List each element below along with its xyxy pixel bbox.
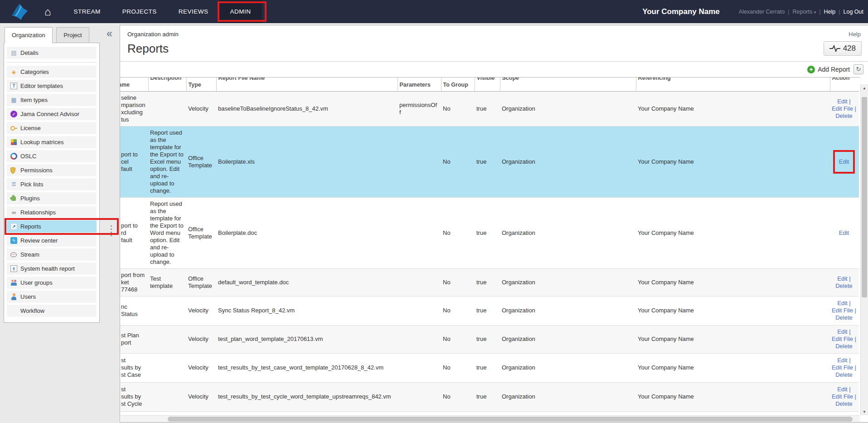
- collapse-sidebar-button[interactable]: «: [107, 28, 112, 40]
- action-link-delete[interactable]: Delete: [835, 314, 853, 321]
- cell-description: [148, 382, 186, 411]
- user-name-link[interactable]: Alexander Cerrato: [739, 9, 785, 15]
- action-link-edit[interactable]: Edit: [837, 98, 847, 105]
- vertical-scrollbar-thumb[interactable]: [862, 97, 867, 297]
- table-row[interactable]: st sults by st CycleVelocitytest_results…: [120, 382, 859, 411]
- sidebar-item-workflow[interactable]: Workflow: [7, 305, 97, 317]
- column-header-to-group[interactable]: To Group: [441, 78, 475, 91]
- sidebar-item-system-health-report[interactable]: System health report: [7, 263, 97, 275]
- column-header-label: Action: [832, 78, 858, 81]
- sidebar-item-review-center[interactable]: Review center: [7, 234, 97, 247]
- topbar-help-link[interactable]: Help: [824, 9, 836, 15]
- sidebar-item-label: Users: [20, 293, 36, 300]
- home-icon[interactable]: ⌂: [44, 0, 51, 23]
- sidebar-item-oslc[interactable]: OSLC: [7, 150, 97, 162]
- scroll-up-arrow[interactable]: ▲: [861, 84, 868, 92]
- action-link-edit[interactable]: Edit: [839, 158, 849, 165]
- sidebar-panel: DetailsCategoriesEditor templatesItem ty…: [4, 43, 100, 323]
- table-row[interactable]: nc StatusVelocitySync Status Report_8_42…: [120, 296, 859, 325]
- help-link[interactable]: Help: [849, 31, 861, 38]
- action-link-edit[interactable]: Edit: [837, 328, 847, 335]
- column-header-type[interactable]: Type: [186, 78, 216, 91]
- action-link-edit-file[interactable]: Edit File: [832, 105, 853, 112]
- logout-link[interactable]: Log Out: [844, 9, 863, 15]
- horizontal-scrollbar-thumb[interactable]: [168, 417, 853, 422]
- cell-scope: Organization: [500, 325, 636, 353]
- action-link-edit-file[interactable]: Edit File: [832, 307, 853, 314]
- jama-logo[interactable]: [10, 2, 29, 21]
- splitter-handle[interactable]: [111, 225, 112, 238]
- action-link-edit-file[interactable]: Edit File: [832, 364, 853, 371]
- action-link-edit[interactable]: Edit: [837, 357, 847, 364]
- table-row[interactable]: st Plan portVelocitytest_plan_word_templ…: [120, 325, 859, 353]
- nav-item-stream[interactable]: STREAM: [63, 0, 112, 23]
- action-link-edit[interactable]: Edit: [839, 229, 849, 236]
- editor-templates-icon: [10, 83, 17, 89]
- cell-description: [148, 296, 186, 325]
- cell-file: Sync Status Report_8_42.vm: [216, 296, 398, 325]
- table-row[interactable]: seline mparison xcluding tusVelocitybase…: [120, 91, 859, 126]
- cell-to_group: No: [441, 268, 475, 296]
- sidebar-item-users[interactable]: Users: [7, 291, 97, 303]
- column-header-referencing[interactable]: Referencing: [636, 78, 830, 91]
- action-link-delete[interactable]: Delete: [835, 400, 853, 407]
- action-link-edit-file[interactable]: Edit File: [832, 393, 853, 400]
- sidebar-item-permissions[interactable]: Permissions: [7, 164, 97, 176]
- cell-scope: Organization: [500, 197, 636, 268]
- nav-item-reviews[interactable]: REVIEWS: [168, 0, 219, 23]
- scroll-down-arrow[interactable]: ▼: [861, 408, 868, 415]
- cell-scope: Organization: [500, 353, 636, 382]
- sidebar-item-pick-lists[interactable]: Pick lists: [7, 178, 97, 190]
- action-link-delete[interactable]: Delete: [835, 343, 853, 350]
- action-link-edit-file[interactable]: Edit File: [832, 335, 853, 342]
- sidebar-item-user-groups[interactable]: User groups: [7, 277, 97, 289]
- table-row[interactable]: port from ket 77468Test templateOffice T…: [120, 268, 859, 296]
- sidebar-item-license[interactable]: License: [7, 122, 97, 134]
- horizontal-scrollbar[interactable]: [121, 415, 860, 422]
- table-row[interactable]: port to cel faultReport used as the temp…: [120, 126, 859, 197]
- action-link-delete[interactable]: Delete: [835, 371, 853, 378]
- add-report-button[interactable]: + Add Report: [807, 66, 850, 73]
- sidebar-item-lookup-matrices[interactable]: Lookup matrices: [7, 136, 97, 148]
- user-reports-menu[interactable]: Reports ▾: [793, 9, 816, 15]
- table-row[interactable]: st sults by st CaseVelocitytest_results_…: [120, 353, 859, 382]
- sidebar-item-stream[interactable]: Stream: [7, 248, 97, 261]
- main-pane: Organization admin Help Reports 428 + Ad…: [120, 25, 868, 423]
- activity-count-button[interactable]: 428: [824, 41, 862, 56]
- table-row[interactable]: port to rd faultReport used as the templ…: [120, 197, 859, 268]
- action-link-delete[interactable]: Delete: [835, 112, 853, 119]
- column-header-parameters[interactable]: Parameters: [398, 78, 441, 91]
- sidebar-item-plugins[interactable]: Plugins: [7, 192, 97, 204]
- sidebar-item-item-types[interactable]: Item types: [7, 94, 97, 106]
- nav-item-admin[interactable]: ADMIN: [219, 0, 262, 23]
- action-link-delete[interactable]: Delete: [835, 282, 853, 289]
- cell-name: st sults by st Case: [120, 353, 148, 382]
- cell-visible: true: [475, 353, 500, 382]
- action-link-edit[interactable]: Edit: [837, 300, 847, 306]
- sidebar-item-categories[interactable]: Categories: [7, 66, 97, 78]
- sidebar-item-relationships[interactable]: Relationships: [7, 206, 97, 219]
- vertical-scrollbar[interactable]: ▲ ▼: [860, 84, 868, 415]
- sidebar-item-details[interactable]: Details: [7, 47, 97, 59]
- nav-item-projects[interactable]: PROJECTS: [112, 0, 168, 23]
- column-header-visible[interactable]: Visible: [475, 78, 500, 91]
- column-header-name[interactable]: Name: [120, 78, 148, 91]
- action-link-edit[interactable]: Edit: [837, 386, 847, 393]
- sidebar-item-reports[interactable]: Reports: [7, 220, 97, 233]
- cell-to_group: No: [441, 325, 475, 353]
- cell-action: Edit: [830, 197, 859, 268]
- sidebar-item-editor-templates[interactable]: Editor templates: [7, 80, 97, 92]
- sidebar-item-jama-connect-advisor[interactable]: Jama Connect Advisor: [7, 108, 97, 120]
- column-header-report-file-name[interactable]: Report File Name: [216, 78, 398, 91]
- refresh-button[interactable]: ↻: [853, 64, 863, 74]
- categories-icon: [10, 68, 17, 75]
- action-link-edit[interactable]: Edit: [837, 275, 847, 282]
- cell-scope: Organization: [500, 126, 636, 197]
- tab-project[interactable]: Project: [56, 27, 89, 43]
- column-header-scope[interactable]: Scope: [500, 78, 636, 91]
- sidebar-item-label: Details: [20, 49, 39, 56]
- column-header-description[interactable]: Description: [148, 78, 186, 91]
- tab-organization[interactable]: Organization: [5, 27, 53, 43]
- cell-parameters: permissionsOff: [398, 91, 441, 126]
- column-header-action[interactable]: Action: [830, 78, 859, 91]
